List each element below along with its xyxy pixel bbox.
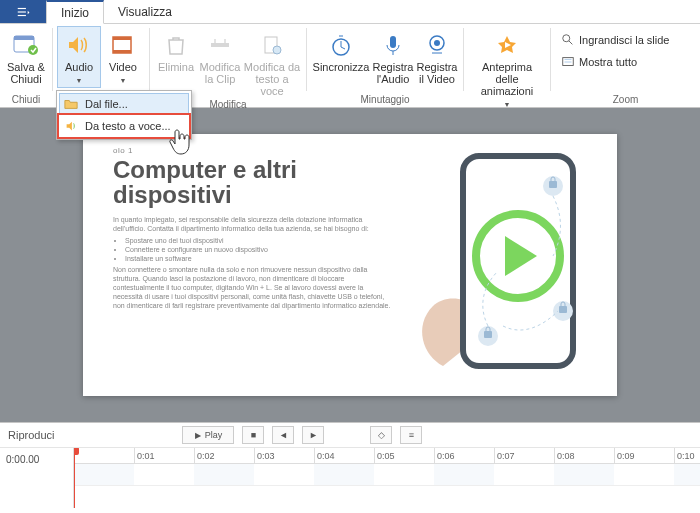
marker-list-button[interactable]: ≡ (400, 426, 422, 444)
prev-button[interactable]: ◄ (272, 426, 294, 444)
audio-dropdown: Dal file... Da testo a voce... (56, 90, 192, 140)
svg-rect-2 (18, 14, 26, 15)
delete-button[interactable]: Elimina (154, 26, 198, 86)
slide-canvas: olo 1 Computer e altri dispositivi In qu… (0, 108, 700, 422)
riproduci-label: Riproduci (8, 429, 54, 441)
chevron-down-icon: ▼ (504, 101, 511, 108)
slide-illustration (403, 146, 603, 386)
timeline-track[interactable] (74, 464, 700, 486)
video-button[interactable]: Video▼ (101, 26, 145, 88)
svg-rect-4 (14, 36, 34, 40)
stopwatch-icon (325, 31, 357, 59)
tab-view[interactable]: Visualizza (104, 0, 186, 24)
dropdown-from-file[interactable]: Dal file... (59, 93, 189, 115)
svg-rect-7 (113, 37, 131, 40)
clip-edit-icon (204, 31, 236, 59)
slide-body: In quanto impiegato, sei responsabile de… (113, 215, 393, 310)
microphone-icon (377, 31, 409, 59)
app-menu-button[interactable] (0, 0, 46, 23)
dropdown-from-tts[interactable]: Da testo a voce... (59, 115, 189, 137)
playhead[interactable] (74, 448, 75, 508)
folder-open-icon (63, 96, 79, 112)
svg-rect-8 (113, 50, 131, 53)
chevron-down-icon: ▼ (76, 77, 83, 84)
marker-prev-button[interactable]: ◇ (370, 426, 392, 444)
slide-chapter: olo 1 (113, 146, 393, 155)
tts-icon (63, 118, 79, 134)
svg-rect-21 (549, 181, 557, 188)
edit-clip-button[interactable]: Modifica la Clip (198, 26, 242, 86)
sync-button[interactable]: Sincronizza (311, 26, 371, 86)
svg-rect-9 (211, 43, 229, 47)
film-icon (107, 31, 139, 59)
trash-icon (160, 31, 192, 59)
tts-edit-icon (256, 31, 288, 59)
svg-rect-23 (559, 306, 567, 313)
timeline: 0:00.00 0:01 0:02 0:03 0:04 0:05 0:06 0:… (0, 448, 700, 508)
tab-bar: Inizio Visualizza (0, 0, 700, 24)
svg-rect-13 (390, 36, 396, 48)
next-button[interactable]: ► (302, 426, 324, 444)
svg-rect-1 (18, 11, 26, 12)
tab-home[interactable]: Inizio (46, 0, 104, 24)
play-star-icon (491, 31, 523, 59)
stop-button[interactable]: ■ (242, 426, 264, 444)
svg-point-15 (434, 40, 440, 46)
audio-button[interactable]: Audio▼ (57, 26, 101, 88)
svg-rect-25 (484, 331, 492, 338)
speaker-icon (63, 31, 95, 59)
playhead-time: 0:00.00 (6, 454, 67, 465)
edit-tts-button[interactable]: Modifica da testo a voce (242, 26, 302, 98)
svg-point-11 (273, 46, 281, 54)
timeline-track-area[interactable]: 0:01 0:02 0:03 0:04 0:05 0:06 0:07 0:08 … (74, 448, 700, 508)
svg-point-5 (28, 45, 38, 55)
slide[interactable]: olo 1 Computer e altri dispositivi In qu… (83, 134, 617, 396)
chevron-down-icon: ▼ (120, 77, 127, 84)
zoom-all-button[interactable]: Mostra tutto (561, 52, 670, 72)
timeline-controls: Riproduci ▶Play ■ ◄ ► ◇ ≡ (0, 422, 700, 448)
zoom-all-icon (561, 55, 575, 69)
slide-title: Computer e altri dispositivi (113, 157, 393, 207)
record-audio-button[interactable]: Registra l'Audio (371, 26, 415, 86)
save-close-icon (10, 31, 42, 59)
svg-rect-0 (18, 7, 26, 8)
timeline-ruler: 0:01 0:02 0:03 0:04 0:05 0:06 0:07 0:08 … (74, 448, 700, 464)
svg-point-16 (563, 35, 570, 42)
save-close-button[interactable]: Salva & Chiudi (4, 26, 48, 86)
preview-animations-button[interactable]: Anteprima delle animazioni▼ (468, 26, 546, 112)
zoom-fit-button[interactable]: Ingrandisci la slide (561, 30, 670, 50)
record-video-button[interactable]: Registra il Video (415, 26, 459, 86)
webcam-icon (421, 31, 453, 59)
zoom-fit-icon (561, 33, 575, 47)
play-button[interactable]: ▶Play (182, 426, 234, 444)
